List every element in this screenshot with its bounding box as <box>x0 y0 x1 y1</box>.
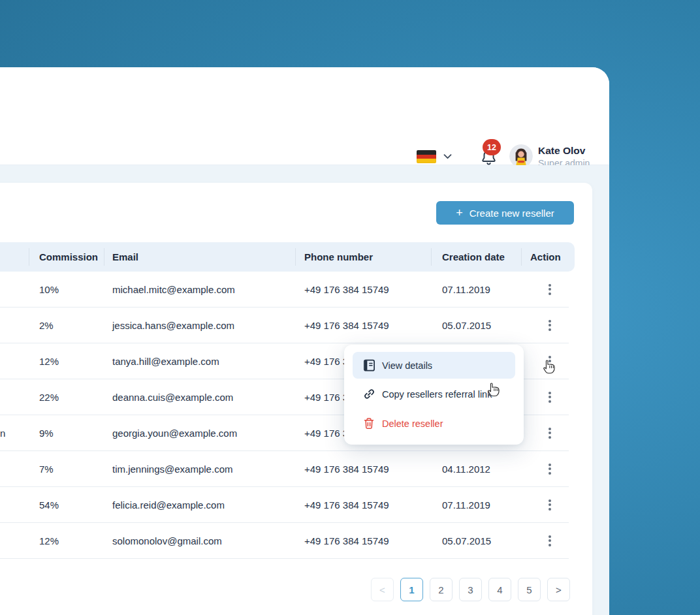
avatar <box>509 144 533 168</box>
pagination: < 1 2 3 4 5 > <box>371 578 570 601</box>
col-action: Action <box>530 242 561 272</box>
table-header-row: Commission Email Phone number Creation d… <box>0 242 575 272</box>
cell-email: tanya.hill@example.com <box>104 356 295 367</box>
chevron-down-icon <box>443 154 452 159</box>
row-actions-button[interactable] <box>545 531 555 550</box>
col-email: Email <box>112 242 138 272</box>
create-reseller-label: Create new reseller <box>469 208 554 219</box>
cell-commission: 7% <box>29 464 104 475</box>
col-phone-number: Phone number <box>304 242 373 272</box>
woman-avatar-icon <box>509 144 533 168</box>
row-actions-button[interactable] <box>545 460 555 479</box>
table-row: 10% michael.mitc@example.com +49 176 384… <box>0 272 569 308</box>
col-commission: Commission <box>39 242 98 272</box>
cell-email: michael.mitc@example.com <box>104 284 295 295</box>
page-button-3[interactable]: 3 <box>459 578 482 601</box>
create-reseller-button[interactable]: + Create new reseller <box>436 201 574 225</box>
menu-item-label: Copy resellers referral link <box>382 389 492 400</box>
col-creation-date: Creation date <box>442 242 505 272</box>
page-button-2[interactable]: 2 <box>430 578 453 601</box>
row-actions-button[interactable] <box>545 280 555 299</box>
cell-date: 05.07.2015 <box>431 535 521 546</box>
row-actions-button[interactable] <box>545 352 555 371</box>
cell-email: felicia.reid@example.com <box>104 499 295 511</box>
context-menu: View details Copy resellers referral lin… <box>344 345 524 445</box>
menu-item-copy-referral-link[interactable]: Copy resellers referral link <box>353 379 515 409</box>
row-actions-button[interactable] <box>545 496 555 514</box>
row-actions-button[interactable] <box>545 388 555 407</box>
table-row: 7% tim.jennings@example.com +49 176 384 … <box>0 451 569 487</box>
menu-item-delete-reseller[interactable]: Delete reseller <box>353 409 515 437</box>
column-divider <box>104 248 104 266</box>
journal-icon <box>363 359 375 371</box>
cell-email: tim.jennings@example.com <box>104 464 295 475</box>
cell-commission: 12% <box>29 535 104 546</box>
page-next-button[interactable]: > <box>547 578 570 601</box>
cell-email: solomonolov@gmail.com <box>104 535 295 546</box>
cell-date: 07.11.2019 <box>431 499 521 511</box>
cell-commission: 12% <box>29 356 104 367</box>
column-divider <box>295 248 296 266</box>
cell-phone: +49 176 384 15749 <box>295 320 431 331</box>
cell-email: deanna.cuis@example.com <box>104 392 295 403</box>
cell-phone: +49 176 384 15749 <box>295 499 431 511</box>
column-divider <box>29 248 29 266</box>
menu-item-view-details[interactable]: View details <box>353 352 515 379</box>
cell-email: jessica.hans@example.com <box>104 320 295 331</box>
plus-icon: + <box>456 207 463 219</box>
main-panel: 12 <box>0 67 609 615</box>
cell-commission: 9% <box>29 428 104 439</box>
column-divider <box>521 248 522 266</box>
trash-icon <box>363 417 375 430</box>
topbar: 12 <box>0 67 609 165</box>
page-button-4[interactable]: 4 <box>488 578 511 601</box>
user-name: Kate Olov <box>538 144 590 157</box>
cell-commission: 54% <box>29 499 104 511</box>
menu-item-label: View details <box>382 360 432 371</box>
menu-item-label: Delete reseller <box>382 418 443 429</box>
table-row: 54% felicia.reid@example.com +49 176 384… <box>0 487 569 523</box>
cell-date: 04.11.2012 <box>431 464 521 475</box>
notification-badge: 12 <box>483 139 501 155</box>
app-screen: 12 <box>0 0 700 615</box>
cell-phone: +49 176 384 15749 <box>295 284 431 295</box>
page-prev-button[interactable]: < <box>371 578 394 601</box>
cell-name-fragment: n <box>0 428 29 439</box>
page-button-1[interactable]: 1 <box>400 578 423 601</box>
cell-commission: 2% <box>29 320 104 331</box>
cell-commission: 10% <box>29 284 104 295</box>
link-icon <box>363 388 375 400</box>
cell-date: 05.07.2015 <box>431 320 521 331</box>
row-actions-button[interactable] <box>545 316 555 335</box>
german-flag-icon <box>417 150 436 163</box>
row-actions-button[interactable] <box>545 424 555 443</box>
cell-phone: +49 176 384 15749 <box>295 464 431 475</box>
cell-date: 07.11.2019 <box>431 284 521 295</box>
page-button-5[interactable]: 5 <box>518 578 541 601</box>
column-divider <box>431 248 432 266</box>
table-row: 12% solomonolov@gmail.com +49 176 384 15… <box>0 523 569 559</box>
cell-email: georgia.youn@example.com <box>104 428 295 439</box>
table-row: 2% jessica.hans@example.com +49 176 384 … <box>0 308 569 343</box>
cell-commission: 22% <box>29 392 104 403</box>
language-selector[interactable] <box>417 150 452 163</box>
cell-phone: +49 176 384 15749 <box>295 535 431 546</box>
